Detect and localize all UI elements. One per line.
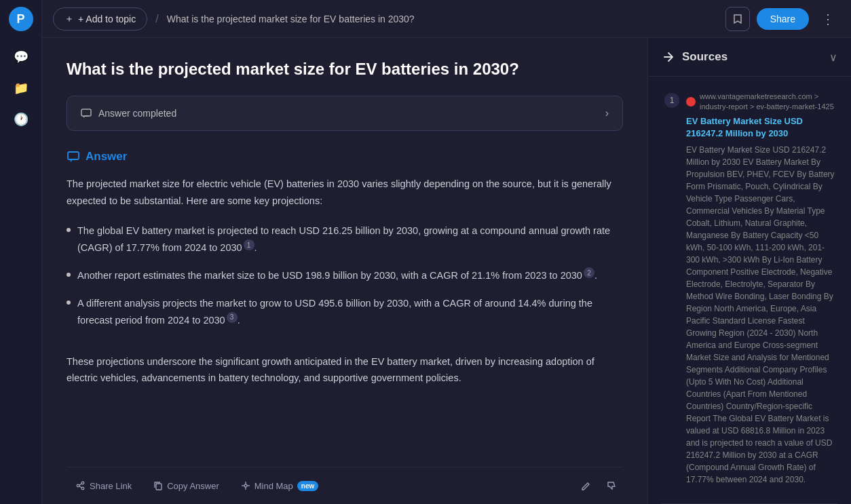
dislike-icon-button[interactable] (600, 474, 623, 497)
superscript-1: 1 (244, 239, 254, 250)
svg-line-6 (79, 486, 82, 488)
sources-header: Sources ∨ (648, 38, 851, 77)
more-options-button[interactable]: ⋮ (816, 7, 840, 31)
superscript-2: 2 (584, 267, 594, 278)
share-link-label: Share Link (90, 481, 132, 491)
message-icon (81, 108, 92, 119)
bullet-dot-2 (67, 273, 71, 277)
bullet-text-1: The global EV battery market is projecte… (77, 222, 623, 256)
topbar-actions: Share ⋮ (725, 7, 840, 31)
answer-section-title: Answer (67, 150, 623, 163)
sidebar-icon-folder[interactable]: 📁 (9, 76, 33, 100)
svg-point-2 (81, 482, 84, 484)
answer-completed-label: Answer completed (98, 108, 176, 119)
favicon-circle-1 (686, 97, 696, 106)
copy-answer-button[interactable]: Copy Answer (144, 476, 229, 497)
sidebar-icon-chat[interactable]: 💬 (9, 45, 33, 69)
dislike-icon (607, 481, 617, 491)
bullet-2: Another report estimates the market size… (67, 267, 623, 284)
answer-label: Answer (86, 150, 127, 163)
main-panel: What is the projected market size for EV… (42, 38, 647, 504)
sources-list: 1 www.vantagemarketresearch.com > indust… (648, 77, 851, 504)
bullet-dot-1 (67, 228, 71, 232)
source-favicon-1: www.vantagemarketresearch.com > industry… (686, 92, 835, 113)
content-area: What is the projected market size for EV… (42, 38, 851, 504)
sources-icon (662, 50, 675, 64)
source-num-1: 1 (664, 93, 679, 108)
svg-rect-7 (156, 484, 162, 490)
svg-point-3 (81, 487, 84, 490)
new-badge: new (297, 481, 318, 491)
copy-icon (153, 481, 163, 490)
breadcrumb-separator: / (155, 13, 158, 25)
edit-icon (581, 481, 591, 491)
app-logo[interactable]: P (9, 7, 33, 31)
share-link-icon (76, 481, 86, 490)
bottom-toolbar: Share Link Copy Answer (67, 467, 623, 504)
answer-completed-chevron: › (605, 107, 609, 119)
add-topic-button[interactable]: ＋ + Add to topic (53, 7, 147, 31)
answer-intro: The projected market size for electric v… (67, 176, 623, 209)
sidebar: P 💬 📁 🕐 (0, 0, 42, 504)
svg-point-8 (244, 484, 247, 487)
answer-icon (67, 150, 80, 163)
sources-collapse-button[interactable]: ∨ (829, 51, 837, 64)
bookmark-button[interactable] (725, 7, 750, 31)
breadcrumb-title: What is the projected market size for EV… (167, 14, 717, 24)
answer-bullets: The global EV battery market is projecte… (67, 222, 623, 339)
bullet-text-2: Another report estimates the market size… (77, 267, 597, 284)
share-link-button[interactable]: Share Link (67, 476, 141, 497)
page-title: What is the projected market size for EV… (67, 58, 623, 79)
answer-footer: These projections underscore the signifi… (67, 353, 623, 387)
mind-map-label: Mind Map (254, 481, 293, 491)
copy-answer-label: Copy Answer (167, 481, 219, 491)
bullet-1: The global EV battery market is projecte… (67, 222, 623, 256)
sidebar-icon-history[interactable]: 🕐 (9, 107, 33, 132)
source-description-1: EV Battery Market Size USD 216247.2 Mill… (686, 144, 835, 486)
source-url-1: www.vantagemarketresearch.com > industry… (700, 92, 835, 113)
sources-label: Sources (682, 50, 727, 64)
svg-rect-0 (81, 109, 91, 116)
edit-icon-button[interactable] (574, 474, 597, 497)
svg-point-4 (77, 484, 79, 487)
source-content-1: www.vantagemarketresearch.com > industry… (686, 92, 835, 486)
add-topic-label: + Add to topic (78, 14, 136, 24)
answer-completed-left: Answer completed (81, 108, 176, 119)
mind-map-button[interactable]: Mind Map new (231, 476, 328, 497)
topbar: ＋ + Add to topic / What is the projected… (42, 0, 851, 38)
source-link-title-1: EV Battery Market Size USD 216247.2 Mill… (686, 115, 835, 140)
toolbar-right (574, 474, 623, 497)
bullet-dot-3 (67, 301, 71, 305)
sources-panel: Sources ∨ 1 www.vantagemarketresearch.co… (647, 38, 851, 504)
bullet-text-3: A different analysis projects the market… (77, 295, 623, 329)
main-wrapper: ＋ + Add to topic / What is the projected… (42, 0, 851, 504)
svg-rect-1 (68, 152, 79, 159)
answer-completed-box[interactable]: Answer completed › (67, 96, 623, 131)
superscript-3: 3 (227, 312, 238, 323)
svg-line-5 (79, 484, 82, 485)
sources-title: Sources (662, 50, 727, 64)
share-button[interactable]: Share (757, 8, 809, 30)
mind-map-icon (241, 481, 250, 490)
add-topic-plus-icon: ＋ (64, 13, 74, 25)
bullet-3: A different analysis projects the market… (67, 295, 623, 329)
source-item-1[interactable]: 1 www.vantagemarketresearch.com > indust… (658, 85, 841, 492)
